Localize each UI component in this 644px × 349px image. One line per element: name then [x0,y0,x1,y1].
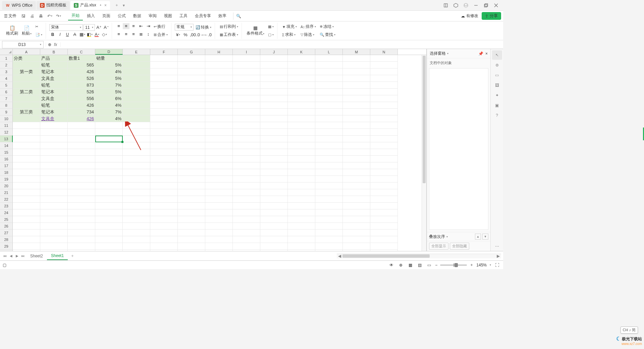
fx-icon[interactable]: fx [53,42,58,47]
col-header[interactable]: G [178,49,205,55]
cell[interactable] [178,149,205,156]
cell[interactable] [370,62,398,68]
cell[interactable] [205,236,233,243]
cube-icon[interactable] [451,1,461,10]
cell[interactable] [370,203,398,209]
cell[interactable] [233,75,260,82]
cell[interactable] [178,68,205,75]
cell[interactable] [343,250,370,251]
cell[interactable] [123,183,150,189]
cell[interactable] [370,189,398,196]
cell[interactable] [370,176,398,183]
cell[interactable] [260,75,288,82]
tab-home[interactable]: 开始 [68,11,83,20]
record-macro-icon[interactable]: ▢ [3,263,6,267]
cell[interactable] [13,209,40,216]
print-icon[interactable]: 🖶 [37,12,45,20]
cell[interactable] [13,95,40,102]
cell[interactable] [150,203,178,209]
cell[interactable] [123,250,150,251]
cell[interactable]: 产品 [40,55,68,62]
cell[interactable] [123,230,150,236]
cell[interactable] [68,243,95,250]
cell[interactable] [123,243,150,250]
app-tab-document[interactable]: S 产品.xlsx • × [70,1,110,10]
cell[interactable] [260,196,288,203]
zoom-level[interactable]: 145% [476,263,487,267]
cell[interactable]: 文具盒 [40,115,68,122]
cell[interactable] [315,176,343,183]
eye-icon[interactable]: 👁 [388,262,395,268]
close-pane-icon[interactable]: × [485,51,488,56]
cell[interactable] [315,149,343,156]
cell[interactable] [95,129,123,136]
cell[interactable] [370,243,398,250]
cell[interactable] [233,183,260,189]
tab-list-button[interactable]: ▾ [123,3,125,8]
cell[interactable] [150,230,178,236]
cell[interactable] [123,169,150,176]
cell[interactable] [95,162,123,169]
cell[interactable]: 526 [68,89,95,95]
cell[interactable] [288,109,315,115]
cell[interactable] [150,176,178,183]
cell[interactable] [370,142,398,149]
cell[interactable] [68,176,95,183]
cell[interactable] [178,102,205,109]
zoom-in-button[interactable]: ＋ [470,262,474,268]
cell[interactable]: 笔记本 [40,89,68,95]
cell[interactable] [95,250,123,251]
reader-mode-icon[interactable] [441,1,451,10]
col-header[interactable]: K [288,49,315,55]
cell[interactable] [68,136,95,142]
decrease-font-button[interactable]: A⁻ [103,24,110,31]
cell[interactable] [40,142,68,149]
cell[interactable]: 7% [95,82,123,89]
row-header[interactable]: 11 [0,122,13,129]
tab-review[interactable]: 审阅 [145,12,160,20]
cell[interactable] [315,89,343,95]
cell[interactable]: 5% [95,75,123,82]
cell[interactable] [205,169,233,176]
cell[interactable] [95,122,123,129]
dec-inc-button[interactable]: .0→ [197,32,204,38]
save-icon[interactable]: 🖫 [20,12,27,20]
cell[interactable] [370,196,398,203]
indent-right-button[interactable]: ⇥ [145,23,152,29]
tab-view[interactable]: 视图 [161,12,175,20]
row-header[interactable]: 22 [0,196,13,203]
cell[interactable] [343,156,370,162]
cell[interactable] [13,82,40,89]
cell[interactable] [233,209,260,216]
tab-data[interactable]: 数据 [130,12,145,20]
cell[interactable] [178,122,205,129]
cell[interactable] [370,169,398,176]
cell[interactable] [178,223,205,230]
vertical-scrollbar[interactable] [422,55,426,251]
cell[interactable] [370,109,398,115]
cell[interactable] [288,115,315,122]
cell[interactable] [343,209,370,216]
cell[interactable] [123,189,150,196]
cell[interactable] [150,82,178,89]
align-bottom-button[interactable]: ≡ [130,23,137,29]
cell[interactable] [370,209,398,216]
row-header[interactable]: 21 [0,189,13,196]
cell[interactable] [95,183,123,189]
comma-button[interactable]: ,00 [190,32,196,38]
cell[interactable] [95,136,123,142]
cell[interactable] [343,62,370,68]
cell[interactable] [260,236,288,243]
tab-page[interactable]: 页面 [99,12,114,20]
filter-button[interactable]: ▽筛选▾ [299,31,317,39]
cell[interactable] [288,95,315,102]
copy-button[interactable]: 📑▾ [34,31,44,39]
avatar-icon[interactable] [461,1,471,10]
cell[interactable] [178,189,205,196]
cell[interactable] [68,216,95,223]
cell[interactable] [13,142,40,149]
row-header[interactable]: 28 [0,236,13,243]
cell[interactable] [123,203,150,209]
cell[interactable] [123,89,150,95]
cell[interactable] [233,109,260,115]
